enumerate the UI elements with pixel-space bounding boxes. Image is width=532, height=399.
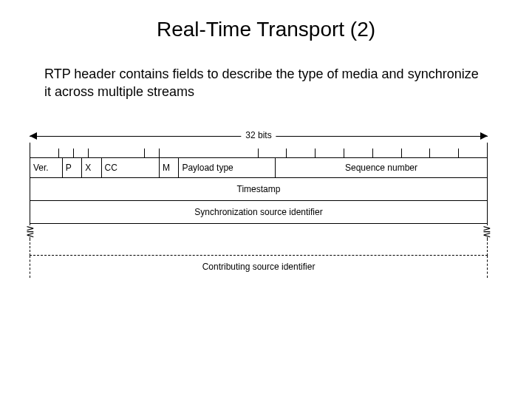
description-text: RTP header contains fields to describe t… [44,65,488,101]
row-sync-src: Synchronization source identifier [30,201,488,224]
field-m: M [160,158,179,177]
rtp-header-diagram: 32 bits Ver. P X CC M Payload type Seque… [30,131,488,278]
field-payload: Payload type [179,158,276,177]
field-version: Ver. [30,158,63,177]
bit-ruler [30,143,488,157]
cut-gap [30,239,488,256]
cut-mark-icon: ⋛ [482,225,491,237]
arrow-right-icon [480,132,488,140]
header-word-0: Ver. P X CC M Payload type Sequence numb… [30,157,488,178]
cut-top: ⋛ ⋛ [30,224,488,239]
width-label: 32 bits [241,130,276,140]
width-indicator: 32 bits [30,131,488,141]
cut-mark-icon: ⋛ [26,225,35,237]
page-title: Real-Time Transport (2) [0,18,532,41]
row-timestamp: Timestamp [30,178,488,201]
field-p: P [63,158,82,177]
field-cc: CC [102,158,160,177]
row-contrib-src: Contributing source identifier [30,256,488,278]
field-sequence: Sequence number [276,158,487,177]
field-x: X [82,158,101,177]
arrow-left-icon [30,132,37,140]
